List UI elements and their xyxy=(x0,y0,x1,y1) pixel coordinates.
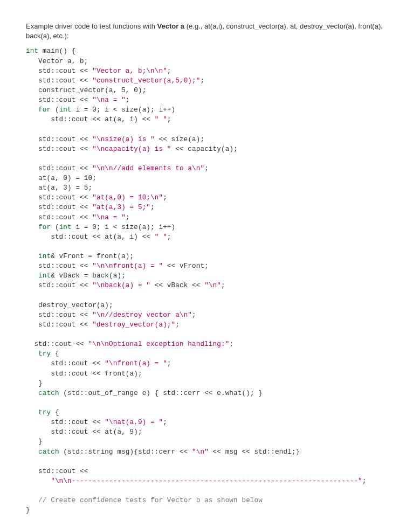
code-kw-token: int xyxy=(38,272,51,280)
code-token: ; xyxy=(221,282,225,289)
code-token: ; xyxy=(362,477,367,485)
code-token: std::cout << xyxy=(26,136,92,143)
code-token: std::cout << xyxy=(26,194,92,202)
code-line: } xyxy=(26,506,30,514)
code-line: int main() { xyxy=(26,47,75,55)
code-token: ; xyxy=(126,96,130,104)
code-kw-token: try xyxy=(38,409,51,416)
code-line: std::cout << "\nback(a) = " << vBack << … xyxy=(26,282,225,289)
code-line: std::cout << "\ncapacity(a) is " << capa… xyxy=(26,145,238,153)
code-str-token: "\ncapacity(a) is " xyxy=(92,145,171,153)
code-token: std::cout << xyxy=(26,360,105,367)
code-token: i = 0; i < size(a); i++) xyxy=(72,224,176,231)
code-line: std::cout << "\n//destroy vector a\n"; xyxy=(26,311,196,319)
code-token: ; xyxy=(126,214,130,221)
intro-bold: Vector a xyxy=(157,22,185,30)
code-str-token: "\n\n//add elements to a\n" xyxy=(92,165,204,172)
code-line: std::cout << "destroy_vector(a);"; xyxy=(26,321,180,329)
code-str-token: "\nfront(a) = " xyxy=(105,360,167,367)
code-str-token: "\nback(a) = " xyxy=(92,282,150,289)
code-token: ; xyxy=(167,67,171,75)
code-str-token: "\n\n-----------------------------------… xyxy=(51,477,362,485)
code-token: { xyxy=(51,409,59,416)
code-str-token: "\n" xyxy=(204,282,221,289)
code-kw-token: catch xyxy=(38,390,59,397)
code-token: << vFront; xyxy=(163,262,209,270)
code-token: ( xyxy=(51,106,59,114)
code-token: << size(a); xyxy=(155,136,204,143)
code-token xyxy=(26,477,51,485)
code-line: for (int i = 0; i < size(a); i++) xyxy=(26,224,175,231)
code-line: Vector a, b; xyxy=(26,58,88,65)
code-str-token: "destroy_vector(a);" xyxy=(92,321,175,329)
code-token xyxy=(26,497,38,504)
code-line: std::cout << "\n\n//add elements to a\n"… xyxy=(26,165,209,172)
code-line: // Create confidence tests for Vector b … xyxy=(26,497,263,504)
code-token: std::cout << xyxy=(26,96,92,104)
code-line: std::cout << xyxy=(26,468,88,475)
code-token: (std::string msg){std::cerr << xyxy=(59,448,192,456)
code-line: std::cout << front(a); xyxy=(26,370,142,378)
code-token: << capacity(a); xyxy=(171,145,238,153)
code-token: Vector a, b; xyxy=(26,58,88,65)
code-token: std::cout << xyxy=(26,165,92,172)
code-token: ; xyxy=(163,194,167,202)
code-kw-token: int xyxy=(59,106,72,114)
code-token: std::cout << xyxy=(26,214,92,221)
code-line: try { xyxy=(26,409,59,416)
code-str-token: "at(a,0) = 10;\n" xyxy=(92,194,163,202)
code-token: ; xyxy=(200,77,204,85)
code-str-token: "Vector a, b;\n\n" xyxy=(92,67,167,75)
code-block: int main() { Vector a, b; std::cout << "… xyxy=(26,46,394,515)
code-token: std::cout << front(a); xyxy=(26,370,142,378)
code-token: ; xyxy=(167,116,171,123)
code-token: construct_vector(a, 5, 0); xyxy=(26,87,146,94)
code-token: std::cout << at(a, i) << xyxy=(26,116,155,123)
code-token: i = 0; i < size(a); i++) xyxy=(72,106,176,114)
code-token xyxy=(26,106,38,114)
code-token: destroy_vector(a); xyxy=(26,302,113,309)
code-line: std::cout << at(a, i) << " "; xyxy=(26,116,171,123)
code-str-token: "\n\nfront(a) = " xyxy=(92,262,163,270)
code-line: std::cout << "construct_vector(a,5,0);"; xyxy=(26,77,204,85)
code-str-token: "\na = " xyxy=(92,214,126,221)
code-token: ; xyxy=(167,233,171,241)
code-token xyxy=(26,409,38,416)
code-token: } xyxy=(26,380,43,387)
code-token: std::cout << xyxy=(26,419,105,426)
code-token xyxy=(26,390,38,397)
code-str-token: "\na = " xyxy=(92,96,126,104)
code-token: std::cout << xyxy=(26,67,92,75)
code-token: << vBack << xyxy=(150,282,204,289)
code-token: ; xyxy=(229,341,233,348)
code-line: std::cout << "\nsize(a) is " << size(a); xyxy=(26,136,204,143)
code-token: std::cout << xyxy=(26,145,92,153)
code-line: } xyxy=(26,438,43,446)
code-line: destroy_vector(a); xyxy=(26,302,113,309)
code-line: at(a, 0) = 10; xyxy=(26,175,97,182)
code-token: ; xyxy=(175,321,180,329)
code-kw-token: for xyxy=(38,106,51,114)
code-token: std::cout << xyxy=(26,262,92,270)
code-token: std::cout << xyxy=(26,311,92,319)
code-token: std::cout << xyxy=(26,468,88,475)
code-token: std::cout << xyxy=(26,204,92,211)
code-kw-token: catch xyxy=(38,448,59,456)
code-line: std::cout << "at(a,3) = 5;"; xyxy=(26,204,155,211)
code-token xyxy=(26,224,38,231)
code-token xyxy=(26,448,38,456)
code-token: at(a, 3) = 5; xyxy=(26,184,92,192)
code-token: (std::out_of_range e) { std::cerr << e.w… xyxy=(59,390,263,397)
code-line: std::cout << "Vector a, b;\n\n"; xyxy=(26,67,171,75)
code-token xyxy=(26,272,38,280)
code-token: ; xyxy=(167,360,171,367)
code-token: & vBack = back(a); xyxy=(51,272,126,280)
code-str-token: "\n\nOptional exception handling:" xyxy=(88,341,230,348)
code-line: std::cout << "\na = "; xyxy=(26,214,130,221)
code-token: at(a, 0) = 10; xyxy=(26,175,97,182)
code-token: std::cout << at(a, 9); xyxy=(26,428,142,436)
code-line: at(a, 3) = 5; xyxy=(26,184,92,192)
code-str-token: " " xyxy=(155,233,167,241)
code-token: std::cout << xyxy=(26,321,92,329)
intro-paragraph: Example driver code to test functions wi… xyxy=(26,22,394,41)
